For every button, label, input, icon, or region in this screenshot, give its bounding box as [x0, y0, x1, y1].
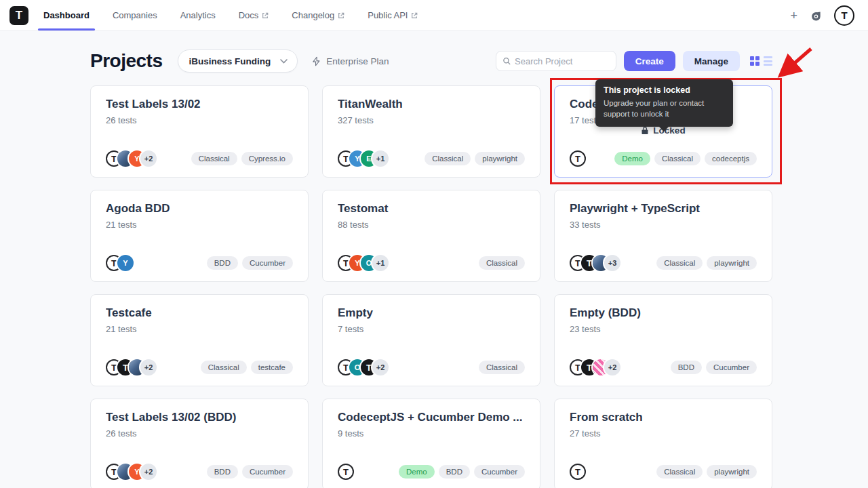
project-tests-count: 21 tests	[106, 220, 293, 230]
search-icon	[502, 56, 511, 66]
manage-button[interactable]: Manage	[683, 51, 740, 71]
project-card[interactable]: Testomat88 testsTYO+1Classical	[322, 190, 540, 282]
card-footer: TYBDDCucumber	[106, 255, 293, 271]
tag[interactable]: Classical	[191, 152, 237, 165]
avatar-stack: T	[338, 464, 354, 480]
project-card[interactable]: Testcafe21 testsTT+2Classicaltestcafe	[90, 294, 309, 386]
tag[interactable]: Demo	[399, 465, 435, 479]
user-avatar[interactable]: T	[834, 5, 854, 26]
tag[interactable]: Classical	[479, 256, 525, 270]
add-icon[interactable]: +	[790, 9, 797, 22]
locked-tooltip: This project is locked Upgrade your plan…	[595, 79, 733, 127]
tag[interactable]: Cucumber	[474, 465, 525, 479]
project-card[interactable]: Test Labels 13/0226 testsTY+2ClassicalCy…	[90, 85, 309, 178]
project-tests-count: 9 tests	[338, 428, 525, 439]
project-title: Testomat	[338, 202, 525, 216]
project-card[interactable]: Agoda BDD21 testsTYBDDCucumber	[90, 190, 309, 282]
nav-item-public-api[interactable]: Public API	[368, 0, 418, 30]
project-tests-count: 88 tests	[338, 220, 525, 230]
nav-item-companies[interactable]: Companies	[113, 0, 157, 30]
avatar-stack: TY+2	[106, 150, 157, 167]
tag-list: Classical	[479, 256, 525, 270]
list-view-icon[interactable]	[764, 56, 772, 66]
chevron-down-icon	[280, 59, 288, 64]
avatar-overflow-badge: +3	[604, 255, 620, 271]
avatar-overflow-badge: +2	[372, 359, 389, 375]
avatar: T	[338, 464, 354, 480]
project-card[interactable]: From scratch27 testsTClassicalplaywright	[554, 399, 772, 488]
avatar-overflow-badge: +2	[140, 359, 157, 375]
project-card[interactable]: Test Labels 13/02 (BDD)26 testsTY+2BDDCu…	[90, 399, 309, 488]
search-box	[496, 51, 616, 71]
tag[interactable]: Classical	[425, 152, 471, 165]
card-footer: TOT+2Classical	[338, 359, 525, 375]
grid-view-icon[interactable]	[750, 56, 760, 66]
card-footer: TYO+1Classical	[338, 255, 525, 271]
project-title: Testcafe	[106, 306, 293, 320]
card-footer: TY+2BDDCucumber	[106, 464, 293, 480]
external-link-icon	[262, 12, 269, 19]
tooltip-body: Upgrade your plan or contact support to …	[604, 98, 725, 119]
tag[interactable]: Classical	[656, 256, 703, 270]
project-title: CodeceptJS + Cucumber Demo ...	[338, 411, 525, 424]
project-title: Agoda BDD	[106, 202, 293, 216]
tag[interactable]: BDD	[207, 465, 238, 479]
avatar-stack: TYO+1	[338, 255, 389, 271]
project-card[interactable]: TitanWealth327 testsTYE+1Classicalplaywr…	[322, 85, 540, 178]
nav-items: Dashboard Companies Analytics Docs Chang…	[43, 0, 418, 30]
header-actions: Create Manage	[496, 51, 772, 71]
card-footer: TClassicalplaywright	[570, 464, 757, 480]
tag[interactable]: Classical	[656, 465, 703, 479]
tag[interactable]: codeceptjs	[705, 152, 757, 165]
nav-actions: + T	[790, 0, 854, 30]
brand-logo[interactable]: T	[9, 6, 28, 25]
top-navbar: T Dashboard Companies Analytics Docs Cha…	[0, 0, 868, 31]
project-title: TitanWealth	[338, 98, 525, 111]
search-input[interactable]	[515, 56, 610, 66]
avatar-stack: TT+3	[570, 255, 620, 271]
avatar: T	[570, 464, 586, 480]
support-icon[interactable]	[809, 9, 823, 22]
tag[interactable]: testcafe	[251, 361, 293, 374]
external-link-icon	[411, 12, 418, 19]
nav-item-docs[interactable]: Docs	[239, 0, 269, 30]
tag[interactable]: Demo	[614, 152, 650, 165]
avatar: Y	[117, 255, 134, 271]
nav-item-changelog[interactable]: Changelog	[292, 0, 344, 30]
card-footer: TDemoBDDCucumber	[338, 464, 525, 480]
tag[interactable]: BDD	[207, 256, 238, 270]
project-title: From scratch	[570, 411, 757, 424]
tag-list: BDDCucumber	[207, 465, 293, 479]
nav-item-analytics[interactable]: Analytics	[180, 0, 216, 30]
tag[interactable]: Cucumber	[242, 256, 293, 270]
project-tests-count: 327 tests	[338, 115, 525, 125]
project-card[interactable]: CodeceptJS + Cucumber Demo ...9 testsTDe…	[322, 399, 540, 488]
tag[interactable]: Classical	[654, 152, 701, 165]
tag[interactable]: BDD	[671, 361, 702, 374]
create-button[interactable]: Create	[624, 51, 675, 71]
tag-list: DemoClassicalcodeceptjs	[614, 152, 757, 165]
project-title: Empty (BDD)	[570, 306, 757, 320]
avatar-stack: TT+2	[570, 359, 620, 375]
card-footer: TT+2Classicaltestcafe	[106, 359, 293, 375]
company-selector[interactable]: iBusiness Funding	[178, 49, 298, 73]
tag[interactable]: Classical	[479, 361, 525, 374]
project-card[interactable]: Playwright + TypeScript33 testsTT+3Class…	[554, 190, 772, 282]
tooltip-title: This project is locked	[604, 85, 725, 95]
tag-list: ClassicalCypress.io	[191, 152, 293, 165]
tag[interactable]: playwright	[475, 152, 525, 165]
tag[interactable]: Classical	[201, 361, 247, 374]
avatar-overflow-badge: +2	[140, 464, 157, 480]
tag[interactable]: Cucumber	[706, 361, 757, 374]
tag[interactable]: playwright	[707, 465, 757, 479]
project-card[interactable]: Empty (BDD)23 testsTT+2BDDCucumber	[554, 294, 772, 386]
page-title: Projects	[90, 50, 163, 72]
tag[interactable]: Cypress.io	[241, 152, 293, 165]
tag[interactable]: BDD	[439, 465, 470, 479]
tag[interactable]: Cucumber	[242, 465, 293, 479]
project-card[interactable]: Empty7 testsTOT+2Classical	[322, 294, 540, 386]
nav-item-dashboard[interactable]: Dashboard	[43, 0, 90, 30]
locked-label: Locked	[653, 125, 685, 136]
tag[interactable]: playwright	[707, 256, 757, 270]
project-tests-count: 27 tests	[570, 428, 757, 439]
